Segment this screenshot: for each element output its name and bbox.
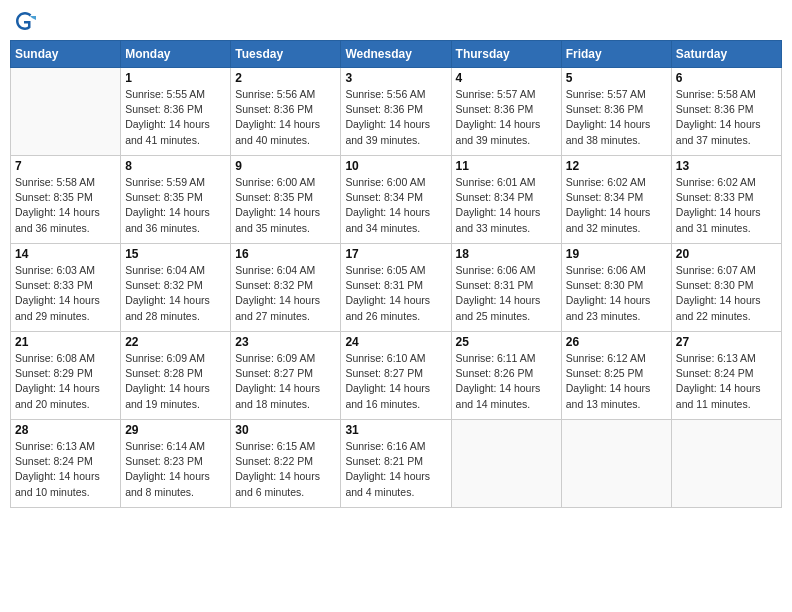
day-info: Sunrise: 6:05 AM Sunset: 8:31 PM Dayligh…: [345, 263, 446, 324]
day-number: 29: [125, 423, 226, 437]
day-info: Sunrise: 6:13 AM Sunset: 8:24 PM Dayligh…: [676, 351, 777, 412]
calendar-cell: 11Sunrise: 6:01 AM Sunset: 8:34 PM Dayli…: [451, 156, 561, 244]
day-info: Sunrise: 6:03 AM Sunset: 8:33 PM Dayligh…: [15, 263, 116, 324]
logo-icon: [14, 10, 36, 32]
calendar-cell: 5Sunrise: 5:57 AM Sunset: 8:36 PM Daylig…: [561, 68, 671, 156]
day-number: 6: [676, 71, 777, 85]
day-number: 17: [345, 247, 446, 261]
calendar-week-row: 1Sunrise: 5:55 AM Sunset: 8:36 PM Daylig…: [11, 68, 782, 156]
day-info: Sunrise: 6:15 AM Sunset: 8:22 PM Dayligh…: [235, 439, 336, 500]
calendar-header-row: SundayMondayTuesdayWednesdayThursdayFrid…: [11, 41, 782, 68]
day-number: 25: [456, 335, 557, 349]
day-info: Sunrise: 5:56 AM Sunset: 8:36 PM Dayligh…: [235, 87, 336, 148]
day-info: Sunrise: 6:06 AM Sunset: 8:31 PM Dayligh…: [456, 263, 557, 324]
calendar-cell: 8Sunrise: 5:59 AM Sunset: 8:35 PM Daylig…: [121, 156, 231, 244]
day-number: 20: [676, 247, 777, 261]
calendar-cell: [451, 420, 561, 508]
day-info: Sunrise: 6:13 AM Sunset: 8:24 PM Dayligh…: [15, 439, 116, 500]
calendar-cell: 9Sunrise: 6:00 AM Sunset: 8:35 PM Daylig…: [231, 156, 341, 244]
day-info: Sunrise: 6:09 AM Sunset: 8:28 PM Dayligh…: [125, 351, 226, 412]
day-number: 3: [345, 71, 446, 85]
day-info: Sunrise: 6:11 AM Sunset: 8:26 PM Dayligh…: [456, 351, 557, 412]
calendar-cell: 4Sunrise: 5:57 AM Sunset: 8:36 PM Daylig…: [451, 68, 561, 156]
calendar-cell: [671, 420, 781, 508]
calendar-cell: 1Sunrise: 5:55 AM Sunset: 8:36 PM Daylig…: [121, 68, 231, 156]
day-info: Sunrise: 5:59 AM Sunset: 8:35 PM Dayligh…: [125, 175, 226, 236]
calendar-cell: 20Sunrise: 6:07 AM Sunset: 8:30 PM Dayli…: [671, 244, 781, 332]
calendar-week-row: 14Sunrise: 6:03 AM Sunset: 8:33 PM Dayli…: [11, 244, 782, 332]
day-info: Sunrise: 5:55 AM Sunset: 8:36 PM Dayligh…: [125, 87, 226, 148]
calendar-cell: 28Sunrise: 6:13 AM Sunset: 8:24 PM Dayli…: [11, 420, 121, 508]
calendar-cell: 7Sunrise: 5:58 AM Sunset: 8:35 PM Daylig…: [11, 156, 121, 244]
calendar-cell: [561, 420, 671, 508]
day-number: 10: [345, 159, 446, 173]
calendar-cell: 14Sunrise: 6:03 AM Sunset: 8:33 PM Dayli…: [11, 244, 121, 332]
day-info: Sunrise: 6:00 AM Sunset: 8:35 PM Dayligh…: [235, 175, 336, 236]
day-info: Sunrise: 6:01 AM Sunset: 8:34 PM Dayligh…: [456, 175, 557, 236]
calendar-cell: 31Sunrise: 6:16 AM Sunset: 8:21 PM Dayli…: [341, 420, 451, 508]
calendar-cell: 10Sunrise: 6:00 AM Sunset: 8:34 PM Dayli…: [341, 156, 451, 244]
day-number: 26: [566, 335, 667, 349]
day-info: Sunrise: 6:06 AM Sunset: 8:30 PM Dayligh…: [566, 263, 667, 324]
calendar-cell: 27Sunrise: 6:13 AM Sunset: 8:24 PM Dayli…: [671, 332, 781, 420]
calendar-cell: 21Sunrise: 6:08 AM Sunset: 8:29 PM Dayli…: [11, 332, 121, 420]
day-info: Sunrise: 6:08 AM Sunset: 8:29 PM Dayligh…: [15, 351, 116, 412]
day-number: 15: [125, 247, 226, 261]
calendar-cell: 3Sunrise: 5:56 AM Sunset: 8:36 PM Daylig…: [341, 68, 451, 156]
calendar-cell: 24Sunrise: 6:10 AM Sunset: 8:27 PM Dayli…: [341, 332, 451, 420]
calendar-table: SundayMondayTuesdayWednesdayThursdayFrid…: [10, 40, 782, 508]
day-info: Sunrise: 6:04 AM Sunset: 8:32 PM Dayligh…: [125, 263, 226, 324]
day-info: Sunrise: 6:02 AM Sunset: 8:33 PM Dayligh…: [676, 175, 777, 236]
calendar-cell: [11, 68, 121, 156]
calendar-weekday-sunday: Sunday: [11, 41, 121, 68]
svg-marker-0: [30, 16, 36, 20]
day-number: 12: [566, 159, 667, 173]
calendar-weekday-tuesday: Tuesday: [231, 41, 341, 68]
day-info: Sunrise: 6:07 AM Sunset: 8:30 PM Dayligh…: [676, 263, 777, 324]
day-info: Sunrise: 5:58 AM Sunset: 8:36 PM Dayligh…: [676, 87, 777, 148]
day-number: 13: [676, 159, 777, 173]
calendar-week-row: 7Sunrise: 5:58 AM Sunset: 8:35 PM Daylig…: [11, 156, 782, 244]
day-info: Sunrise: 6:00 AM Sunset: 8:34 PM Dayligh…: [345, 175, 446, 236]
calendar-cell: 29Sunrise: 6:14 AM Sunset: 8:23 PM Dayli…: [121, 420, 231, 508]
calendar-weekday-saturday: Saturday: [671, 41, 781, 68]
calendar-cell: 26Sunrise: 6:12 AM Sunset: 8:25 PM Dayli…: [561, 332, 671, 420]
calendar-weekday-wednesday: Wednesday: [341, 41, 451, 68]
calendar-cell: 12Sunrise: 6:02 AM Sunset: 8:34 PM Dayli…: [561, 156, 671, 244]
calendar-cell: 23Sunrise: 6:09 AM Sunset: 8:27 PM Dayli…: [231, 332, 341, 420]
day-number: 1: [125, 71, 226, 85]
calendar-weekday-thursday: Thursday: [451, 41, 561, 68]
calendar-cell: 19Sunrise: 6:06 AM Sunset: 8:30 PM Dayli…: [561, 244, 671, 332]
logo: [14, 10, 38, 32]
day-number: 31: [345, 423, 446, 437]
calendar-cell: 2Sunrise: 5:56 AM Sunset: 8:36 PM Daylig…: [231, 68, 341, 156]
day-number: 30: [235, 423, 336, 437]
day-number: 4: [456, 71, 557, 85]
day-number: 21: [15, 335, 116, 349]
day-number: 14: [15, 247, 116, 261]
day-info: Sunrise: 6:12 AM Sunset: 8:25 PM Dayligh…: [566, 351, 667, 412]
calendar-cell: 6Sunrise: 5:58 AM Sunset: 8:36 PM Daylig…: [671, 68, 781, 156]
day-info: Sunrise: 5:57 AM Sunset: 8:36 PM Dayligh…: [456, 87, 557, 148]
day-number: 18: [456, 247, 557, 261]
day-info: Sunrise: 6:09 AM Sunset: 8:27 PM Dayligh…: [235, 351, 336, 412]
calendar-cell: 22Sunrise: 6:09 AM Sunset: 8:28 PM Dayli…: [121, 332, 231, 420]
day-info: Sunrise: 6:10 AM Sunset: 8:27 PM Dayligh…: [345, 351, 446, 412]
day-number: 11: [456, 159, 557, 173]
day-number: 24: [345, 335, 446, 349]
day-info: Sunrise: 5:58 AM Sunset: 8:35 PM Dayligh…: [15, 175, 116, 236]
day-number: 19: [566, 247, 667, 261]
calendar-weekday-friday: Friday: [561, 41, 671, 68]
day-info: Sunrise: 5:56 AM Sunset: 8:36 PM Dayligh…: [345, 87, 446, 148]
day-info: Sunrise: 6:14 AM Sunset: 8:23 PM Dayligh…: [125, 439, 226, 500]
day-info: Sunrise: 6:02 AM Sunset: 8:34 PM Dayligh…: [566, 175, 667, 236]
day-number: 5: [566, 71, 667, 85]
day-number: 27: [676, 335, 777, 349]
day-number: 22: [125, 335, 226, 349]
day-number: 23: [235, 335, 336, 349]
calendar-cell: 17Sunrise: 6:05 AM Sunset: 8:31 PM Dayli…: [341, 244, 451, 332]
day-number: 2: [235, 71, 336, 85]
calendar-cell: 15Sunrise: 6:04 AM Sunset: 8:32 PM Dayli…: [121, 244, 231, 332]
day-number: 8: [125, 159, 226, 173]
day-info: Sunrise: 6:04 AM Sunset: 8:32 PM Dayligh…: [235, 263, 336, 324]
